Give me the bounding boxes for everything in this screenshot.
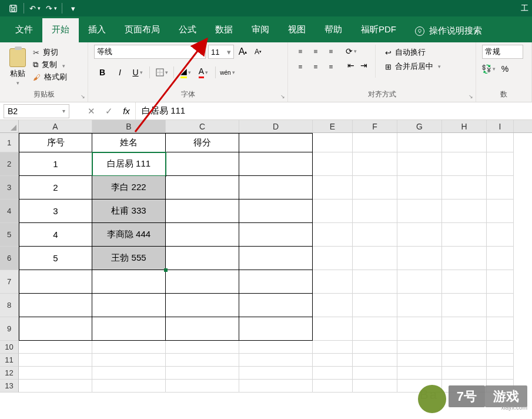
cell[interactable] — [487, 354, 514, 367]
cell[interactable] — [92, 354, 166, 367]
cell[interactable] — [487, 223, 514, 247]
cell[interactable] — [353, 247, 397, 270]
cell[interactable] — [487, 247, 514, 270]
tab-review[interactable]: 审阅 — [242, 18, 279, 42]
font-family-combo[interactable]: 等线▾ — [94, 45, 206, 59]
cell[interactable] — [19, 380, 92, 393]
tab-page-layout[interactable]: 页面布局 — [115, 18, 169, 42]
cell[interactable] — [239, 133, 313, 152]
cell[interactable] — [313, 294, 353, 317]
cell[interactable]: 姓名 — [92, 133, 166, 152]
cell[interactable] — [353, 223, 397, 247]
cell[interactable] — [397, 317, 442, 341]
cell[interactable] — [313, 247, 353, 270]
cell[interactable] — [19, 354, 92, 367]
cell[interactable] — [239, 223, 313, 247]
cell[interactable] — [353, 133, 397, 152]
cell[interactable] — [353, 270, 397, 294]
cell[interactable] — [487, 133, 514, 152]
cell[interactable] — [239, 270, 313, 294]
cell[interactable] — [166, 176, 239, 199]
cell[interactable] — [313, 133, 353, 152]
tab-insert[interactable]: 插入 — [79, 18, 115, 42]
cell[interactable] — [239, 317, 313, 341]
paste-button[interactable]: 粘贴 ▾ — [6, 45, 29, 86]
row-header[interactable]: 10 — [0, 341, 19, 354]
cell[interactable] — [166, 317, 239, 341]
cell[interactable] — [166, 380, 239, 393]
save-button[interactable] — [5, 1, 21, 15]
cell[interactable] — [92, 380, 166, 393]
row-header[interactable]: 5 — [0, 223, 19, 247]
cell[interactable] — [92, 294, 166, 317]
font-size-combo[interactable]: 11▾ — [208, 45, 234, 59]
cell[interactable] — [313, 270, 353, 294]
cut-button[interactable]: ✂剪切 — [33, 47, 67, 58]
cell[interactable]: 4 — [19, 223, 92, 247]
column-header[interactable]: G — [397, 120, 442, 132]
cell[interactable] — [313, 152, 353, 176]
cell[interactable] — [19, 317, 92, 341]
cell[interactable]: 3 — [19, 199, 92, 223]
cell[interactable] — [397, 247, 442, 270]
select-all-corner[interactable] — [0, 120, 19, 132]
cell[interactable] — [397, 176, 442, 199]
row-header[interactable]: 3 — [0, 176, 19, 199]
cell[interactable] — [313, 317, 353, 341]
cell[interactable] — [313, 199, 353, 223]
phonetic-button[interactable]: wén — [219, 66, 236, 79]
cell[interactable] — [239, 247, 313, 270]
cell[interactable] — [19, 367, 92, 380]
cell[interactable] — [487, 367, 514, 380]
cell[interactable] — [487, 294, 514, 317]
merge-center-button[interactable]: ⊞合并后居中 — [385, 61, 441, 72]
fill-color-button[interactable]: ◢ — [178, 66, 194, 79]
cell[interactable]: 1 — [19, 152, 92, 176]
cell[interactable] — [166, 367, 239, 380]
cell[interactable]: 2 — [19, 176, 92, 199]
cell[interactable] — [397, 294, 442, 317]
worksheet[interactable]: ABCDEFGHI1序号姓名得分21白居易 11132李白 22243杜甫 33… — [0, 120, 532, 393]
cell[interactable] — [239, 341, 313, 354]
tab-file[interactable]: 文件 — [6, 18, 42, 42]
cell[interactable] — [487, 199, 514, 223]
column-header[interactable]: D — [239, 120, 313, 132]
row-header[interactable]: 8 — [0, 294, 19, 317]
cell[interactable]: 李白 222 — [92, 176, 166, 199]
accounting-format-button[interactable]: 💱 — [482, 62, 495, 75]
wrap-text-button[interactable]: ↩自动换行 — [385, 47, 441, 58]
cell[interactable] — [442, 247, 487, 270]
borders-button[interactable] — [153, 66, 170, 79]
tab-formulas[interactable]: 公式 — [169, 18, 206, 42]
cell[interactable] — [166, 341, 239, 354]
cell[interactable] — [442, 223, 487, 247]
font-color-button[interactable]: A — [195, 66, 212, 79]
cancel-formula-button[interactable]: ✕ — [82, 106, 100, 117]
cell[interactable] — [166, 223, 239, 247]
column-header[interactable]: C — [166, 120, 239, 132]
cell[interactable] — [487, 270, 514, 294]
cell[interactable]: 序号 — [19, 133, 92, 152]
tab-home[interactable]: 开始 — [42, 18, 79, 42]
cell[interactable] — [166, 354, 239, 367]
cell[interactable] — [313, 341, 353, 354]
fx-icon[interactable]: fx — [118, 106, 135, 116]
cell[interactable] — [353, 380, 397, 393]
cell[interactable] — [239, 176, 313, 199]
row-header[interactable]: 9 — [0, 317, 19, 341]
cell[interactable] — [239, 354, 313, 367]
cell[interactable] — [353, 152, 397, 176]
tab-help[interactable]: 帮助 — [315, 18, 352, 42]
cell[interactable] — [397, 152, 442, 176]
column-header[interactable]: H — [442, 120, 487, 132]
cell[interactable] — [166, 152, 239, 176]
cell[interactable] — [442, 354, 487, 367]
increase-indent-button[interactable]: ⇥ — [357, 59, 370, 72]
cell[interactable] — [397, 199, 442, 223]
cell[interactable]: 杜甫 333 — [92, 199, 166, 223]
cell[interactable] — [353, 354, 397, 367]
cell[interactable] — [487, 317, 514, 341]
cell[interactable]: 5 — [19, 247, 92, 270]
cell[interactable] — [397, 223, 442, 247]
cell[interactable] — [487, 152, 514, 176]
